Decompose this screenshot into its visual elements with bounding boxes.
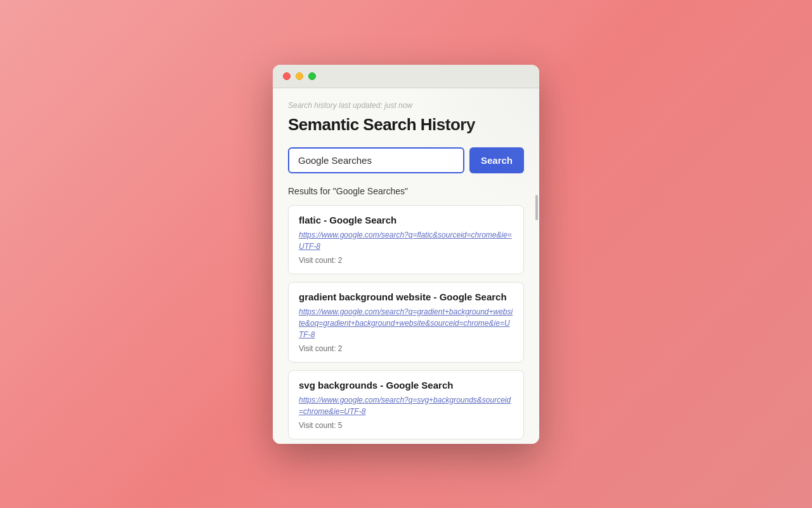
result-title-1: flatic - Google Search <box>299 215 513 225</box>
result-card-1: flatic - Google Search https://www.googl… <box>288 205 524 274</box>
visit-count-3: Visit count: 5 <box>299 421 513 430</box>
maximize-button[interactable] <box>308 72 316 80</box>
search-row: Search <box>288 147 524 173</box>
result-title-3: svg backgrounds - Google Search <box>299 380 513 391</box>
window-content: Search history last updated: just now Se… <box>273 88 539 444</box>
last-updated-text: Search history last updated: just now <box>288 101 524 110</box>
visit-count-2: Visit count: 2 <box>299 344 513 353</box>
close-button[interactable] <box>283 72 291 80</box>
result-url-1[interactable]: https://www.google.com/search?q=flatic&s… <box>299 229 513 252</box>
result-title-2: gradient background website - Google Sea… <box>299 291 513 302</box>
result-card-2: gradient background website - Google Sea… <box>288 282 524 363</box>
page-title: Semantic Search History <box>288 115 524 135</box>
result-url-2[interactable]: https://www.google.com/search?q=gradient… <box>299 306 513 340</box>
scroll-indicator <box>535 195 538 220</box>
minimize-button[interactable] <box>296 72 303 80</box>
result-url-3[interactable]: https://www.google.com/search?q=svg+back… <box>299 394 513 417</box>
search-button[interactable]: Search <box>469 147 524 173</box>
app-window: Search history last updated: just now Se… <box>273 65 539 444</box>
titlebar <box>273 65 539 88</box>
result-card-3: svg backgrounds - Google Search https://… <box>288 370 524 439</box>
search-input[interactable] <box>288 147 464 173</box>
results-label: Results for "Google Searches" <box>288 186 524 196</box>
visit-count-1: Visit count: 2 <box>299 256 513 265</box>
